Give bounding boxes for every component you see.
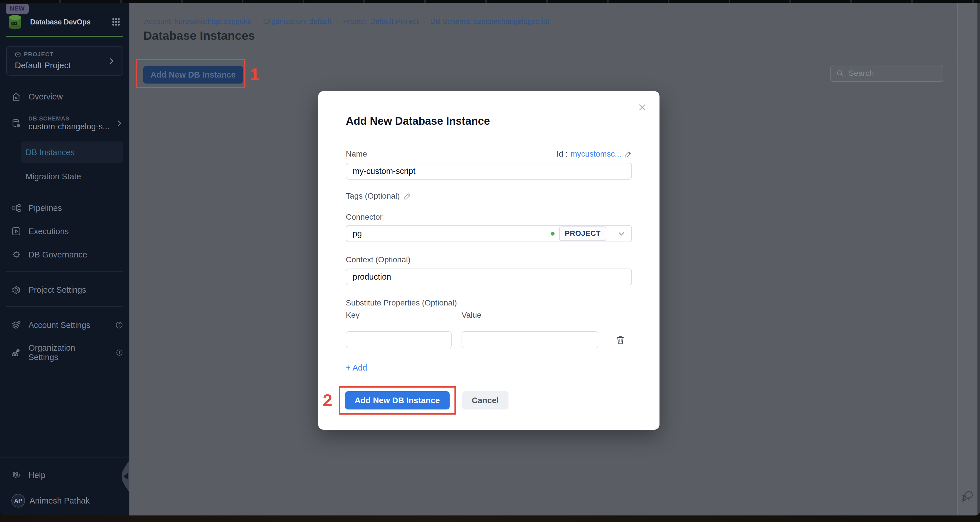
- main-content: Account: kurosakiichigo.songoku › Organi…: [129, 3, 980, 516]
- breadcrumb-separator: ›: [423, 17, 426, 26]
- db-schemas-label: DB SCHEMAS: [29, 115, 108, 122]
- sidebar-item-label: Executions: [29, 227, 69, 236]
- modal-actions: 2 Add New DB Instance Cancel: [323, 386, 632, 414]
- project-card-label: PROJECT: [24, 51, 54, 58]
- brand-name: Database DevOps: [30, 18, 111, 26]
- brand-divider: [6, 36, 123, 37]
- sidebar-item-label: Account Settings: [29, 320, 91, 330]
- annotation-box-2: Add New DB Instance: [339, 386, 456, 414]
- edit-tags-pencil-icon[interactable]: [404, 192, 412, 200]
- sidebar-item-executions[interactable]: Executions: [0, 226, 129, 236]
- sidebar-item-account-settings[interactable]: Account Settings: [0, 320, 129, 330]
- page-title: Database Instances: [143, 29, 255, 43]
- sidebar-item-db-governance[interactable]: DB Governance: [0, 249, 129, 260]
- key-value-row: [346, 331, 632, 348]
- app-window: NEW Database DevOps: [0, 3, 980, 516]
- home-icon: [11, 92, 21, 102]
- sidebar-item-label: Overview: [29, 92, 63, 102]
- search-box: [830, 65, 943, 82]
- executions-icon: [11, 227, 21, 236]
- sidebar-divider: [6, 271, 123, 272]
- modal-title: Add New Database Instance: [346, 115, 632, 127]
- value-input[interactable]: [461, 331, 598, 348]
- sidebar-bottom-divider: [0, 457, 129, 457]
- annotation-number-2: 2: [323, 392, 334, 409]
- breadcrumb-project[interactable]: Project: Default Project: [343, 17, 418, 26]
- package-icon: [15, 51, 21, 58]
- name-label: Name: [346, 149, 367, 159]
- key-value-header: Key Value: [346, 311, 632, 320]
- sidebar-item-project-settings[interactable]: Project Settings: [0, 285, 129, 295]
- search-input[interactable]: [849, 69, 938, 78]
- db-schemas-value: custom-changelog-s...: [29, 122, 108, 131]
- info-icon[interactable]: [115, 321, 123, 329]
- add-new-db-instance-button[interactable]: Add New DB Instance: [143, 66, 243, 84]
- value-label: Value: [461, 311, 482, 320]
- name-row: Name Id : mycustomsc...: [346, 149, 632, 159]
- sidebar-item-help[interactable]: Help: [0, 470, 129, 480]
- sidebar-item-label: Organization Settings: [29, 343, 101, 362]
- sidebar-item-db-instances[interactable]: DB Instances: [21, 141, 123, 163]
- governance-gear-icon: [11, 250, 21, 259]
- chevron-down-icon: [617, 229, 626, 238]
- chevron-right-icon: [108, 57, 115, 65]
- info-icon[interactable]: [116, 349, 123, 357]
- sidebar-item-overview[interactable]: Overview: [0, 92, 129, 102]
- connector-select[interactable]: pg PROJECT: [346, 225, 632, 242]
- breadcrumb-organization[interactable]: Organization: default: [263, 17, 331, 26]
- connector-label: Connector: [346, 213, 632, 222]
- avatar: AP: [11, 494, 25, 508]
- edit-id-pencil-icon[interactable]: [624, 150, 632, 158]
- scrollbar-track[interactable]: [957, 3, 980, 516]
- sidebar-divider: [6, 306, 123, 307]
- layers-gear-icon: [11, 320, 21, 330]
- id-value-link[interactable]: mycustomsc...: [571, 149, 621, 159]
- context-input[interactable]: [346, 268, 632, 285]
- search-icon: [836, 69, 844, 77]
- header-divider: [129, 56, 980, 56]
- cancel-button[interactable]: Cancel: [462, 391, 509, 409]
- sidebar-item-label: Help: [29, 471, 46, 480]
- breadcrumb: Account: kurosakiichigo.songoku › Organi…: [144, 17, 549, 26]
- tags-label: Tags (Optional): [346, 192, 400, 201]
- chat-bubbles-icon[interactable]: [962, 490, 974, 502]
- key-label: Key: [346, 311, 461, 320]
- sidebar-item-label: Project Settings: [29, 285, 86, 295]
- sidebar-item-db-schemas[interactable]: DB SCHEMAS custom-changelog-s...: [0, 115, 129, 131]
- breadcrumb-db-schema[interactable]: DB Schema: customchangelogscript: [430, 17, 549, 26]
- breadcrumb-separator: ›: [336, 17, 339, 26]
- user-menu[interactable]: AP Animesh Pathak: [11, 494, 123, 508]
- connector-value: pg: [353, 229, 551, 238]
- sidebar-item-organization-settings[interactable]: Organization Settings: [0, 343, 129, 362]
- pipelines-icon: [11, 203, 21, 213]
- name-input[interactable]: [346, 163, 632, 179]
- database-devops-logo-icon: [6, 13, 24, 31]
- db-schemas-subnav: DB Instances Migration State: [16, 140, 129, 190]
- breadcrumb-account[interactable]: Account: kurosakiichigo.songoku: [144, 17, 252, 26]
- submit-add-db-instance-button[interactable]: Add New DB Instance: [345, 391, 450, 409]
- database-gear-icon: [11, 119, 21, 128]
- substitute-properties-label: Substitute Properties (Optional): [346, 298, 632, 308]
- breadcrumb-separator: ›: [256, 17, 259, 26]
- org-gear-icon: [11, 348, 21, 357]
- trash-icon[interactable]: [615, 334, 626, 346]
- sidebar-item-label: Pipelines: [29, 203, 62, 213]
- sidebar-item-migration-state[interactable]: Migration State: [21, 166, 123, 187]
- sidebar-item-label: DB Governance: [29, 250, 87, 259]
- project-card-name: Default Project: [15, 60, 116, 70]
- close-icon[interactable]: [637, 103, 647, 112]
- collapse-arrow-icon: [123, 473, 128, 479]
- app-grid-icon[interactable]: [111, 17, 121, 27]
- annotation-number-1: 1: [250, 66, 259, 83]
- new-badge: NEW: [6, 4, 29, 14]
- sidebar-item-pipelines[interactable]: Pipelines: [0, 203, 129, 213]
- add-property-link[interactable]: + Add: [346, 363, 367, 373]
- tags-row: Tags (Optional): [346, 192, 632, 201]
- sidebar: NEW Database DevOps: [0, 3, 129, 516]
- id-label: Id :: [557, 149, 568, 159]
- add-db-instance-modal: Add New Database Instance Name Id : mycu…: [318, 91, 660, 430]
- gear-icon: [11, 285, 21, 295]
- key-input[interactable]: [346, 331, 452, 348]
- project-selector[interactable]: PROJECT Default Project: [6, 46, 123, 76]
- browser-top-edge: [0, 0, 980, 3]
